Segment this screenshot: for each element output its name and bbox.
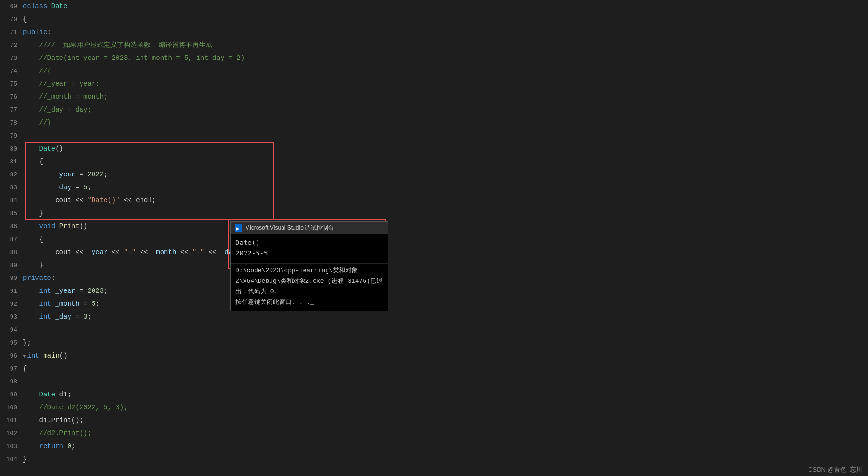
code-line: 80 Date() [0, 142, 868, 155]
line-content: //// 如果用户显式定义了构造函数, 编译器将不再生成 [21, 39, 868, 52]
line-number: 77 [0, 104, 21, 116]
console-line-1: Date() [235, 237, 383, 248]
code-editor: 69eclass Date70{71public:72 //// 如果用户显式定… [0, 0, 868, 476]
line-number: 86 [0, 220, 21, 233]
code-line: 94 [0, 324, 868, 337]
line-number: 82 [0, 168, 21, 181]
line-number: 101 [0, 414, 21, 427]
code-line: 86 void Print() [0, 220, 868, 233]
line-content: //_day = day; [21, 104, 868, 116]
line-content: _year = 2022; [21, 168, 868, 181]
code-line: 73 //Date(int year = 2023, int month = 5… [0, 52, 868, 65]
line-content: cout << _year << "-" << _month << "-" <<… [21, 246, 868, 259]
line-number: 102 [0, 427, 21, 440]
line-content: return 0; [21, 440, 868, 453]
code-line: 70{ [0, 13, 868, 26]
code-line: 88 cout << _year << "-" << _month << "-"… [0, 246, 868, 259]
code-line: 77 //_day = day; [0, 104, 868, 116]
line-content: public: [21, 26, 868, 39]
line-content: //_year = year; [21, 78, 868, 91]
console-popup: ▶ Microsoft Visual Studio 调试控制台 Date() 2… [230, 221, 388, 311]
line-number: 81 [0, 155, 21, 168]
console-titlebar: ▶ Microsoft Visual Studio 调试控制台 [231, 222, 388, 234]
line-number: 103 [0, 440, 21, 453]
line-content: cout << "Date()" << endl; [21, 194, 868, 207]
line-number: 80 [0, 142, 21, 155]
line-number: 92 [0, 298, 21, 311]
code-line: 71public: [0, 26, 868, 39]
code-line: 98 [0, 375, 868, 388]
line-content: { [21, 233, 868, 246]
line-content: }; [21, 337, 868, 349]
line-number: 83 [0, 181, 21, 194]
code-line: 99 Date d1; [0, 388, 868, 401]
line-content: ▼int main() [21, 349, 868, 363]
line-content: } [21, 259, 868, 272]
line-content: eclass Date [21, 0, 868, 13]
line-number: 96 [0, 349, 21, 362]
line-number: 71 [0, 26, 21, 39]
console-line-2: 2022-5-5 [235, 248, 383, 258]
line-number: 75 [0, 78, 21, 91]
console-title: Microsoft Visual Studio 调试控制台 [245, 224, 334, 232]
line-number: 90 [0, 272, 21, 285]
code-line: 69eclass Date [0, 0, 868, 13]
code-line: 72 //// 如果用户显式定义了构造函数, 编译器将不再生成 [0, 39, 868, 52]
line-content: } [21, 453, 868, 466]
line-number: 89 [0, 259, 21, 272]
line-number: 74 [0, 65, 21, 78]
line-number: 99 [0, 388, 21, 401]
line-content: int _year = 2023; [21, 285, 868, 298]
line-number: 79 [0, 129, 21, 142]
line-content: //Date d2(2022, 5, 3); [21, 401, 868, 414]
code-line: 96▼int main() [0, 349, 868, 362]
vs-icon: ▶ [235, 224, 242, 232]
line-number: 94 [0, 324, 21, 337]
line-content: d1.Print(); [21, 414, 868, 427]
code-line: 74 //{ [0, 65, 868, 78]
line-content: //Date(int year = 2023, int month = 5, i… [21, 52, 868, 65]
console-body: Date() 2022-5-5 [231, 234, 388, 263]
code-line: 104} [0, 453, 868, 466]
code-line: 87 { [0, 233, 868, 246]
code-line: 97{ [0, 362, 868, 375]
code-line: 76 //_month = month; [0, 91, 868, 104]
line-content: Date d1; [21, 388, 868, 401]
line-number: 98 [0, 375, 21, 388]
line-content: void Print() [21, 220, 868, 233]
console-full-line-1: D:\code\2023\cpp-learning\类和对象2\x64\Debu… [235, 266, 383, 297]
status-text: CSDN @青色_忘川 [808, 466, 862, 473]
line-number: 73 [0, 52, 21, 65]
line-content: //_month = month; [21, 91, 868, 104]
code-line: 84 cout << "Date()" << endl; [0, 194, 868, 207]
line-content: int _month = 5; [21, 298, 868, 311]
line-number: 97 [0, 362, 21, 375]
code-line: 89 } [0, 259, 868, 272]
line-number: 72 [0, 39, 21, 52]
code-line: 85 } [0, 207, 868, 220]
code-line: 83 _day = 5; [0, 181, 868, 194]
line-content: { [21, 362, 868, 375]
code-line: 91 int _year = 2023; [0, 285, 868, 298]
code-line: 90private: [0, 272, 868, 285]
code-line: 102 //d2.Print(); [0, 427, 868, 440]
line-number: 85 [0, 207, 21, 220]
line-number: 104 [0, 453, 21, 466]
line-content: } [21, 207, 868, 220]
status-bar: CSDN @青色_忘川 [802, 464, 868, 476]
line-content: int _day = 3; [21, 311, 868, 324]
line-content: { [21, 13, 868, 26]
code-line: 78 //} [0, 116, 868, 129]
code-line: 81 { [0, 155, 868, 168]
line-number: 88 [0, 246, 21, 259]
line-content: _day = 5; [21, 181, 868, 194]
code-line: 93 int _day = 3; [0, 311, 868, 324]
line-content: //{ [21, 65, 868, 78]
code-line: 79 [0, 129, 868, 142]
line-number: 91 [0, 285, 21, 298]
line-content: //} [21, 116, 868, 129]
line-number: 100 [0, 401, 21, 414]
line-number: 69 [0, 0, 21, 13]
code-line: 75 //_year = year; [0, 78, 868, 91]
code-line: 95}; [0, 337, 868, 349]
